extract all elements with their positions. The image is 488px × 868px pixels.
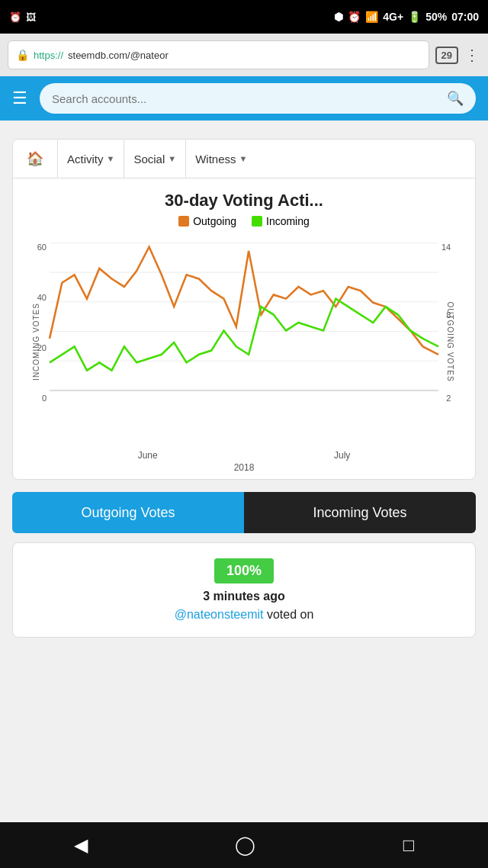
x-year: 2018 <box>50 462 438 473</box>
legend-outgoing-label: Outgoing <box>193 215 236 227</box>
y-axis-left: INCOMING VOTES 60 40 20 0 <box>19 235 50 448</box>
vote-buttons: Outgoing Votes Incoming Votes <box>12 492 476 533</box>
chart-area: 30-day Voting Acti... Outgoing Incoming … <box>13 178 475 479</box>
tab-count[interactable]: 29 <box>435 47 458 64</box>
y-axis-left-label: INCOMING VOTES <box>32 303 40 381</box>
main-card: 🏠 Activity ▼ Social ▼ Witness ▼ 30-day V… <box>12 139 476 480</box>
witness-arrow-icon: ▼ <box>239 154 248 163</box>
y-tick-right-14: 14 <box>441 243 451 252</box>
image-icon: 🖼 <box>26 11 36 23</box>
tab-home[interactable]: 🏠 <box>13 140 58 178</box>
bottom-nav: ◀ ◯ □ <box>0 822 488 868</box>
url-host: steemdb.com/@nateor <box>68 50 169 61</box>
legend-outgoing: Outgoing <box>178 215 236 227</box>
status-bar: ⏰ 🖼 ⬢ ⏰ 📶 4G+ 🔋 50% 07:00 <box>0 0 488 34</box>
vote-time: 3 minutes ago <box>203 590 285 603</box>
more-options-icon[interactable]: ⋮ <box>464 46 480 64</box>
incoming-line <box>50 299 438 371</box>
x-axis: June July 2018 <box>50 450 438 473</box>
y-axis-right: OUTGOING VOTES 14 8 2 <box>438 235 469 448</box>
y-tick-40: 40 <box>37 293 47 302</box>
time-label: 07:00 <box>451 11 479 23</box>
vote-percentage-badge: 100% <box>214 558 274 583</box>
activity-card: 100% 3 minutes ago @nateonsteemit voted … <box>12 542 476 638</box>
chart-svg-element <box>50 235 438 410</box>
search-input[interactable] <box>52 92 441 105</box>
signal-label: 4G+ <box>383 11 403 23</box>
tab-activity[interactable]: Activity ▼ <box>58 140 124 178</box>
lock-icon: 🔒 <box>16 49 29 61</box>
battery-icon: 🔋 <box>408 11 421 23</box>
x-labels: June July <box>50 450 438 461</box>
tab-social[interactable]: Social ▼ <box>124 140 186 178</box>
incoming-votes-button[interactable]: Incoming Votes <box>244 492 476 533</box>
nav-bar: ☰ 🔍 <box>0 76 488 121</box>
y-tick-60: 60 <box>37 243 47 252</box>
hamburger-icon[interactable]: ☰ <box>12 88 27 108</box>
tab-witness[interactable]: Witness ▼ <box>186 140 256 178</box>
y-tick-right-2: 2 <box>441 394 451 403</box>
outgoing-line <box>50 247 438 355</box>
bluetooth-icon: ⬢ <box>334 11 343 23</box>
outgoing-votes-button[interactable]: Outgoing Votes <box>12 492 244 533</box>
wifi-icon: 📶 <box>365 11 378 23</box>
social-arrow-icon: ▼ <box>168 154 176 163</box>
x-label-july: July <box>334 450 350 461</box>
legend-incoming: Incoming <box>252 215 310 227</box>
home-circle-icon[interactable]: ◯ <box>235 834 255 856</box>
vote-user-link[interactable]: @nateonsteemit <box>175 608 264 621</box>
alarm-icon: ⏰ <box>9 11 21 23</box>
vote-action: voted on <box>267 608 313 621</box>
status-left: ⏰ 🖼 <box>9 11 36 23</box>
legend-incoming-label: Incoming <box>266 215 310 227</box>
browser-bar: 🔒 https://steemdb.com/@nateor 29 ⋮ <box>0 34 488 76</box>
back-icon[interactable]: ◀ <box>74 834 88 856</box>
battery-label: 50% <box>425 11 447 23</box>
status-right: ⬢ ⏰ 📶 4G+ 🔋 50% 07:00 <box>334 11 479 23</box>
activity-arrow-icon: ▼ <box>107 154 115 163</box>
chart-svg <box>50 235 438 448</box>
y-tick-0: 0 <box>37 394 47 403</box>
activity-card-inner: 100% 3 minutes ago @nateonsteemit voted … <box>25 558 463 622</box>
x-label-june: June <box>138 450 158 461</box>
square-icon[interactable]: □ <box>403 834 415 856</box>
tabs: 🏠 Activity ▼ Social ▼ Witness ▼ <box>13 140 475 178</box>
chart-wrapper: INCOMING VOTES 60 40 20 0 <box>19 235 469 448</box>
legend-incoming-color <box>252 216 262 227</box>
y-axis-right-label: OUTGOING VOTES <box>446 301 454 381</box>
vote-user: @nateonsteemit voted on <box>175 608 314 622</box>
chart-legend: Outgoing Incoming <box>19 215 469 227</box>
search-box[interactable]: 🔍 <box>40 83 476 114</box>
alarm2-icon: ⏰ <box>348 11 361 23</box>
search-icon: 🔍 <box>447 90 464 107</box>
url-bar[interactable]: 🔒 https://steemdb.com/@nateor <box>8 40 429 69</box>
chart-title: 30-day Voting Acti... <box>19 191 469 211</box>
legend-outgoing-color <box>178 216 189 227</box>
url-https: https:// <box>34 50 63 61</box>
